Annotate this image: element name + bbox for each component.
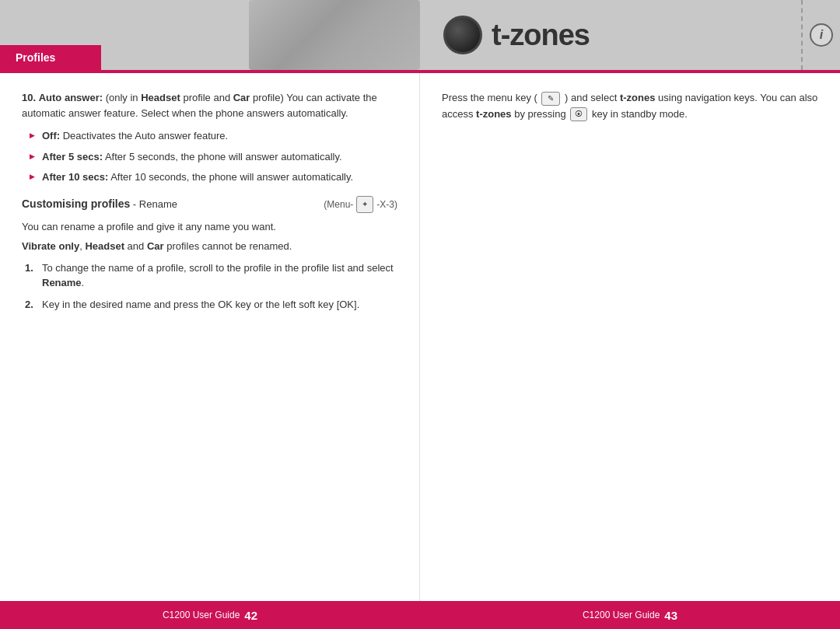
step-1-number: 1. xyxy=(25,260,37,291)
page-header: Profiles t-zones i xyxy=(0,0,840,70)
bullet-after5-label: After 5 secs: xyxy=(42,151,103,162)
footer-left-guide: C1200 User Guide xyxy=(163,610,240,620)
left-column: 10. Auto answer: (only in Headset profil… xyxy=(0,73,420,601)
car-label: Car xyxy=(147,240,164,252)
bullet-after5: After 5 secs: After 5 seconds, the phone… xyxy=(30,149,397,165)
item-10-text: (only in xyxy=(106,92,142,103)
footer-right: C1200 User Guide 43 xyxy=(420,609,840,622)
item-10-mid: profile and xyxy=(183,92,233,103)
customising-rename: - Rename xyxy=(133,198,177,210)
item-10-number: 10. xyxy=(22,92,36,103)
para2-rest: profiles cannot be renamed. xyxy=(164,240,292,252)
tzones-bold-1: t-zones xyxy=(620,92,656,103)
right-para-start: Press the menu key ( xyxy=(442,92,537,103)
footer-right-guide: C1200 User Guide xyxy=(583,610,660,620)
profiles-tab-label: Profiles xyxy=(16,51,55,64)
step-2: 2. Key in the desired name and press the… xyxy=(25,297,397,313)
bullet-after10: After 10 secs: After 10 seconds, the pho… xyxy=(30,169,397,185)
step-2-text: Key in the desired name and press the OK… xyxy=(42,297,359,313)
info-icon-container: i xyxy=(801,0,840,70)
menu-ref-text: (Menu- xyxy=(324,199,353,210)
tzones-circle-icon xyxy=(443,16,482,54)
item-10-car: Car xyxy=(233,92,250,103)
tzones-logo: t-zones xyxy=(443,16,590,54)
item-10-label: Auto answer: xyxy=(39,92,103,103)
header-left-section: Profiles xyxy=(0,0,420,70)
step-1-text: To change the name of a profile, scroll … xyxy=(42,260,397,291)
customising-title: Customising profiles xyxy=(22,197,130,210)
para2-sep2: and xyxy=(124,240,147,252)
header-phone-image xyxy=(249,0,420,70)
item-10-headset: Headset xyxy=(141,92,180,103)
customising-title-block: Customising profiles - Rename xyxy=(22,197,177,210)
step-2-number: 2. xyxy=(25,297,37,313)
right-para-end: key in standby mode. xyxy=(592,108,688,120)
menu-ref-text2: -X-3) xyxy=(376,199,397,210)
item-10: 10. Auto answer: (only in Headset profil… xyxy=(22,90,397,121)
customising-para1-text: You can rename a profile and give it any… xyxy=(22,221,276,232)
step-1: 1. To change the name of a profile, scro… xyxy=(25,260,397,291)
footer-left: C1200 User Guide 42 xyxy=(0,609,420,622)
info-icon: i xyxy=(810,23,833,47)
customising-para1: You can rename a profile and give it any… xyxy=(22,219,397,235)
standby-key-icon: ⦿ xyxy=(570,107,587,121)
right-column: Press the menu key ( ✎ ) and select t-zo… xyxy=(420,73,840,601)
rename-bold: Rename xyxy=(42,277,82,288)
footer-left-page: 42 xyxy=(244,609,257,622)
header-right-section: t-zones i xyxy=(420,0,840,70)
menu-key-icon: ✎ xyxy=(541,92,560,106)
tzones-bold-2: t-zones xyxy=(476,108,512,120)
auto-answer-bullets: Off: Deactivates the Auto answer feature… xyxy=(30,128,397,185)
page-footer: C1200 User Guide 42 C1200 User Guide 43 xyxy=(0,601,840,629)
right-para-rest2: by pressing xyxy=(514,108,569,120)
bullet-after10-label: After 10 secs: xyxy=(42,171,108,183)
right-para-1: Press the menu key ( ✎ ) and select t-zo… xyxy=(442,90,818,123)
menu-icon: ✦ xyxy=(356,196,373,213)
bullet-off-label: Off: xyxy=(42,130,60,142)
bullet-after10-text: After 10 seconds, the phone will answer … xyxy=(110,171,353,183)
bullet-off-text: Deactivates the Auto answer feature. xyxy=(63,130,228,142)
vibrate-only-label: Vibrate only xyxy=(22,240,79,252)
bullet-off: Off: Deactivates the Auto answer feature… xyxy=(30,128,397,144)
main-content: 10. Auto answer: (only in Headset profil… xyxy=(0,73,840,601)
customising-para2: Vibrate only, Headset and Car profiles c… xyxy=(22,239,397,254)
right-para-mid: ) and select xyxy=(565,92,620,103)
menu-reference: (Menu- ✦ -X-3) xyxy=(324,196,397,213)
customising-header: Customising profiles - Rename (Menu- ✦ -… xyxy=(22,196,397,213)
profiles-tab: Profiles xyxy=(0,45,101,70)
tzones-title: t-zones xyxy=(492,19,590,52)
footer-right-page: 43 xyxy=(664,609,677,622)
headset-label: Headset xyxy=(85,240,124,252)
rename-steps: 1. To change the name of a profile, scro… xyxy=(22,260,397,313)
bullet-after5-text: After 5 seconds, the phone will answer a… xyxy=(105,151,342,162)
